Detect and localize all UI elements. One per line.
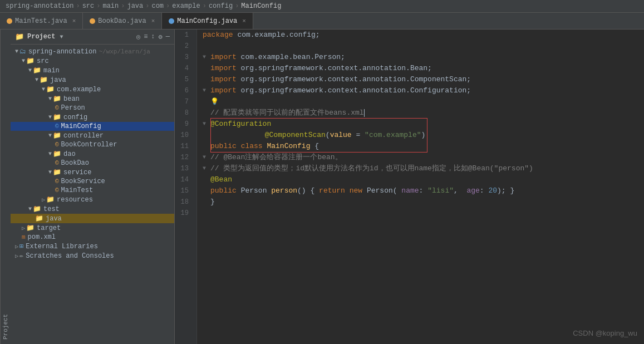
tree-item-dao[interactable]: ▼ 📁 dao [11, 149, 174, 159]
tree-item-maintest[interactable]: © MainTest [11, 186, 174, 195]
tab-label-bookdao: BookDao.java [98, 17, 146, 25]
line-num-13: 13 [175, 163, 192, 174]
tree-label-java: java [50, 76, 66, 84]
folder-icon-test: 📁 [33, 205, 41, 213]
code-line-2 [203, 41, 644, 52]
arrow-bean: ▼ [48, 96, 52, 102]
tree-item-mainconfig[interactable]: © MainConfig [11, 122, 174, 131]
tree-label-bookdao: BookDao [61, 159, 89, 167]
tree-label-bookservice: BookService [61, 178, 105, 185]
tree-item-bookdao[interactable]: © BookDao [11, 159, 174, 168]
breadcrumb-src: src [82, 2, 95, 10]
title-bar: spring-annotation › src › main › java › … [0, 0, 644, 13]
line-num-11: 11 [175, 141, 192, 152]
line-num-10: 10 [175, 130, 192, 141]
tab-bookdao[interactable]: BookDao.java × [83, 13, 162, 29]
tree-item-java[interactable]: ▼ 📁 java [11, 75, 174, 85]
tree-item-comexample[interactable]: ▼ 📁 com.example [11, 85, 174, 94]
tree-item-test[interactable]: ▼ 📁 test [11, 204, 174, 214]
tab-close-mainconfig[interactable]: × [242, 18, 246, 24]
tree-item-resources[interactable]: ▷ 📁 resources [11, 195, 174, 204]
breadcrumb-config: config [209, 2, 233, 10]
tree-label-service: service [63, 169, 91, 176]
fold-arrow-12[interactable]: ▼ [203, 152, 209, 163]
tree-item-service[interactable]: ▼ 📁 service [11, 168, 174, 177]
sidebar-icon-sort[interactable]: ↕ [151, 33, 155, 41]
tree-item-test-java[interactable]: 📁 java [11, 214, 174, 223]
fold-arrow-6[interactable]: ▼ [203, 85, 209, 96]
tree-item-person[interactable]: © Person [11, 104, 174, 112]
tree-item-root[interactable]: ▼ 🗂 spring-annotation ~/wxp/learn/ja [11, 47, 174, 56]
code-line-19 [203, 208, 644, 219]
breadcrumb-main: main [102, 2, 119, 10]
arrow-target: ▷ [22, 225, 25, 232]
tree-item-pomxml[interactable]: m pom.xml [11, 233, 174, 242]
tree-item-bean[interactable]: ▼ 📁 bean [11, 94, 174, 104]
sidebar-icon-settings[interactable]: ⚙ [159, 33, 163, 41]
tab-label-mainconfig: MainConfig.java [177, 17, 237, 25]
file-icon-bookservice: © [55, 178, 59, 185]
tree-item-main[interactable]: ▼ 📁 main [11, 66, 174, 75]
tab-close-maintest[interactable]: × [72, 18, 76, 24]
sidebar-toolbar: ◎ ≡ ↕ ⚙ — [136, 33, 170, 41]
tree-label-mainconfig: MainConfig [61, 122, 101, 130]
file-icon-mainconfig: © [55, 123, 59, 130]
code-line-5: import org.springframework.context.annot… [203, 74, 644, 85]
project-panel-toggle[interactable]: Project [0, 30, 11, 344]
folder-icon-src: 📁 [26, 57, 35, 65]
watermark: CSDN @koping_wu [573, 329, 637, 337]
tree-item-config[interactable]: ▼ 📁 config [11, 112, 174, 122]
tree-item-bookcontroller[interactable]: © BookController [11, 140, 174, 149]
tree-label-external-libraries: External Libraries [26, 243, 98, 250]
line-num-18: 18 [175, 196, 192, 208]
code-line-10: @ComponentScan(value = "com.example") [203, 130, 644, 141]
breadcrumb-com: com [151, 2, 164, 10]
sidebar: 📁 Project ▼ ◎ ≡ ↕ ⚙ — ▼ 🗂 spring-annotat… [11, 30, 175, 344]
line-numbers: 1 2 3 4 5 6 7 8 9 10 11 12 13 14 15 18 1… [175, 30, 197, 344]
sidebar-icon-locate[interactable]: ◎ [136, 33, 140, 41]
tree-label-test: test [43, 205, 60, 213]
code-area[interactable]: package com.example.config; ▼ import com… [197, 30, 644, 344]
line-num-5: 5 [175, 74, 192, 85]
file-icon-pomxml: m [22, 234, 26, 240]
arrow-resources: ▷ [42, 196, 45, 203]
breadcrumb-java: java [127, 2, 143, 10]
code-editor: 1 2 3 4 5 6 7 8 9 10 11 12 13 14 15 18 1… [175, 30, 644, 344]
code-line-11: public class MainConfig { [203, 141, 644, 152]
icon-external-libraries: ⊞ [19, 242, 23, 250]
arrow-scratches: ▷ [15, 253, 18, 259]
folder-icon-main: 📁 [33, 66, 41, 75]
file-icon-bookdao: © [55, 160, 59, 166]
fold-arrow-13[interactable]: ▼ [203, 163, 209, 174]
tree-label-comexample: com.example [57, 86, 101, 94]
tab-bar: MainTest.java × BookDao.java × MainConfi… [0, 13, 644, 30]
folder-icon-test-java: 📁 [35, 214, 43, 223]
sidebar-icon-minimize[interactable]: — [166, 33, 170, 41]
code-line-7: 💡 [203, 96, 644, 107]
line-num-7: 7 [175, 96, 192, 107]
tree-item-external-libraries[interactable]: ▷ ⊞ External Libraries [11, 242, 174, 251]
tab-mainconfig[interactable]: MainConfig.java × [162, 13, 253, 29]
icon-scratches: ✏ [19, 252, 23, 260]
arrow-root: ▼ [15, 48, 18, 55]
tree-label-src: src [37, 57, 49, 65]
folder-icon-java: 📁 [40, 76, 48, 84]
tree-label-maintest: MainTest [61, 186, 94, 194]
tree-item-scratches[interactable]: ▷ ✏ Scratches and Consoles [11, 251, 174, 261]
sidebar-icon-collapse[interactable]: ≡ [144, 33, 148, 41]
code-line-14: @Bean [203, 174, 644, 185]
tab-maintest[interactable]: MainTest.java × [0, 13, 83, 29]
fold-arrow-3[interactable]: ▼ [203, 52, 209, 63]
line-num-4: 4 [175, 63, 192, 74]
folder-icon-config: 📁 [53, 113, 61, 121]
tree-item-controller[interactable]: ▼ 📁 controller [11, 131, 174, 140]
tree-item-src[interactable]: ▼ 📁 src [11, 56, 174, 66]
tree-item-bookservice[interactable]: © BookService [11, 177, 174, 186]
tab-close-bookdao[interactable]: × [151, 18, 155, 24]
line-num-2: 2 [175, 41, 192, 52]
tree-label-scratches: Scratches and Consoles [26, 252, 114, 260]
tree-item-target[interactable]: ▷ 📁 target [11, 223, 174, 233]
line-num-6: 6 [175, 85, 192, 96]
fold-arrow-9[interactable]: ▼ [203, 119, 209, 130]
folder-icon-bean: 📁 [53, 95, 61, 103]
